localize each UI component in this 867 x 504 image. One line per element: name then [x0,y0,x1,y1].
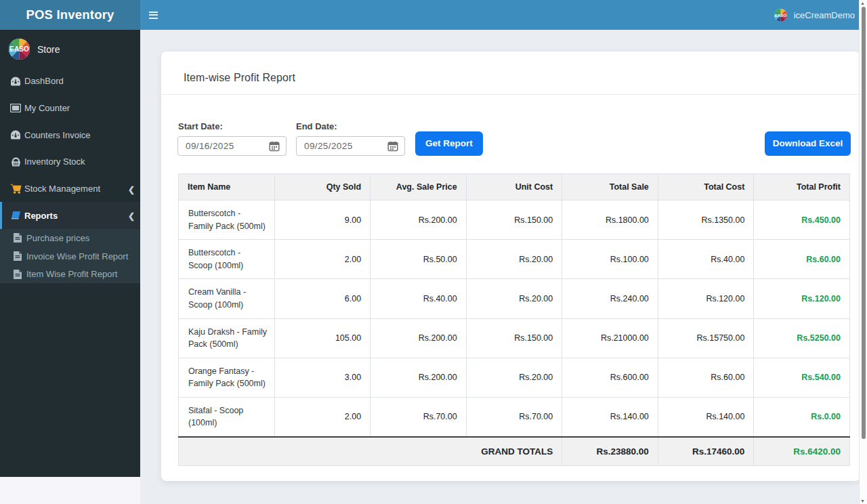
svg-text:EASO: EASO [9,45,29,53]
svg-text:EASO: EASO [774,12,786,17]
